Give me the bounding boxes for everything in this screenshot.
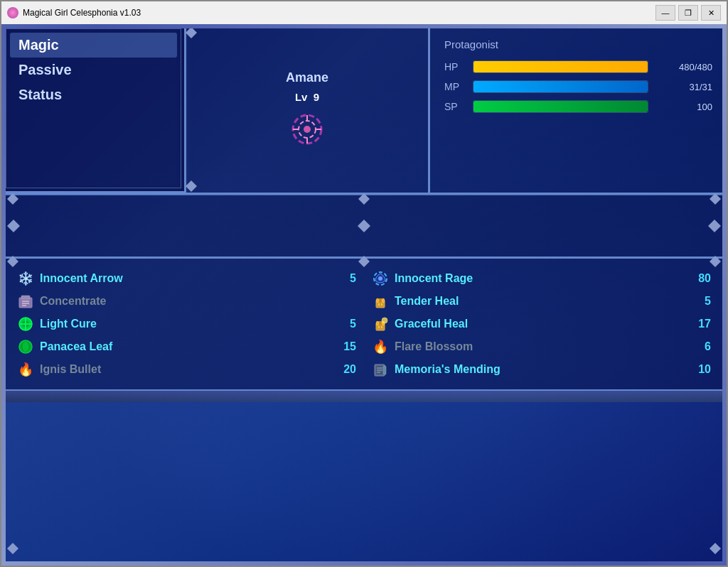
hp-label: HP bbox=[444, 61, 466, 72]
skill-graceful-heal[interactable]: Graceful Heal 17 bbox=[368, 313, 715, 335]
character-sprite bbox=[289, 112, 325, 147]
skill-name-light-cure: Light Cure bbox=[40, 318, 329, 330]
stat-owner: Protagonist bbox=[444, 38, 712, 50]
top-section: Magic Passive Status Amane Lv 9 bbox=[1, 24, 727, 195]
svg-point-33 bbox=[382, 318, 387, 323]
mp-bar-container bbox=[473, 80, 648, 93]
title-bar: Magical Girl Celesphonia v1.03 — ❐ ✕ bbox=[1, 1, 727, 24]
skill-memorias-mending[interactable]: Memoria's Mending 10 bbox=[368, 358, 715, 381]
corner-deco-br bbox=[710, 543, 721, 554]
menu-item-passive[interactable]: Passive bbox=[10, 58, 177, 82]
app-icon bbox=[7, 7, 18, 18]
svg-point-26 bbox=[382, 298, 385, 303]
skill-cost-panacea-leaf: 15 bbox=[335, 340, 356, 353]
skill-name-ignis-bullet: Ignis Bullet bbox=[40, 363, 329, 376]
sp-label: SP bbox=[444, 101, 466, 112]
mp-label: MP bbox=[444, 81, 466, 92]
skills-right-column: Innocent Rage 80 bbox=[368, 267, 715, 381]
flare-blossom-icon: 🔥 bbox=[372, 338, 389, 355]
skill-cost-innocent-rage: 80 bbox=[690, 272, 711, 285]
divider-ornament-right bbox=[708, 220, 721, 232]
mp-value: 31/31 bbox=[655, 82, 712, 92]
close-button[interactable]: ✕ bbox=[701, 5, 721, 21]
menu-item-status[interactable]: Status bbox=[10, 82, 177, 107]
hp-row: HP 480/480 bbox=[444, 60, 712, 73]
svg-point-2 bbox=[304, 126, 311, 133]
ignis-bullet-icon: 🔥 bbox=[17, 361, 34, 378]
character-name: Amane bbox=[286, 70, 328, 85]
bottom-border bbox=[1, 389, 727, 402]
skill-name-innocent-rage: Innocent Rage bbox=[395, 272, 684, 285]
divider-ornament-left bbox=[7, 220, 20, 232]
maximize-button[interactable]: ❐ bbox=[678, 5, 698, 21]
app-window: Magical Girl Celesphonia v1.03 — ❐ ✕ Mag… bbox=[0, 0, 728, 567]
skill-concentrate[interactable]: Concentrate bbox=[13, 290, 360, 313]
panacea-leaf-icon bbox=[17, 338, 34, 355]
minimize-button[interactable]: — bbox=[655, 5, 675, 21]
concentrate-icon bbox=[17, 293, 34, 310]
corner-deco-bl bbox=[7, 543, 18, 554]
mp-row: MP 31/31 bbox=[444, 80, 712, 93]
sp-value: 100 bbox=[655, 102, 712, 112]
stats-panel: Protagonist HP 480/480 MP bbox=[428, 24, 727, 193]
window-title: Magical Girl Celesphonia v1.03 bbox=[23, 8, 141, 18]
hp-bar-container bbox=[473, 60, 648, 73]
memorias-mending-icon bbox=[372, 361, 389, 378]
menu-panel: Magic Passive Status bbox=[1, 24, 186, 193]
skill-cost-graceful-heal: 17 bbox=[690, 318, 711, 330]
skill-innocent-rage[interactable]: Innocent Rage 80 bbox=[368, 267, 715, 290]
skill-name-memorias-mending: Memoria's Mending bbox=[395, 363, 684, 376]
skills-left-column: ❄️ Innocent Arrow 5 bbox=[13, 267, 360, 381]
skill-name-concentrate: Concentrate bbox=[40, 295, 329, 308]
svg-point-31 bbox=[376, 321, 379, 325]
svg-point-18 bbox=[23, 342, 28, 351]
skill-cost-light-cure: 5 bbox=[335, 318, 356, 330]
divider-ornament-center bbox=[358, 220, 370, 232]
innocent-rage-icon bbox=[372, 270, 389, 287]
skill-name-tender-heal: Tender Heal bbox=[395, 295, 684, 308]
hp-bar bbox=[473, 61, 648, 72]
skill-panacea-leaf[interactable]: Panacea Leaf 15 bbox=[13, 335, 360, 358]
graceful-heal-icon bbox=[372, 315, 389, 333]
skills-grid: ❄️ Innocent Arrow 5 bbox=[13, 267, 715, 381]
menu-item-magic[interactable]: Magic bbox=[10, 33, 177, 58]
svg-rect-8 bbox=[21, 296, 30, 299]
hp-value: 480/480 bbox=[655, 62, 712, 72]
skill-name-innocent-arrow: Innocent Arrow bbox=[40, 272, 329, 285]
character-level: Lv 9 bbox=[295, 91, 319, 103]
skill-cost-flare-blossom: 6 bbox=[690, 340, 711, 353]
game-content: Magic Passive Status Amane Lv 9 bbox=[1, 24, 727, 566]
skill-tender-heal[interactable]: Tender Heal 5 bbox=[368, 290, 715, 313]
skill-flare-blossom[interactable]: 🔥 Flare Blossom 6 bbox=[368, 335, 715, 358]
skills-section: ❄️ Innocent Arrow 5 bbox=[1, 259, 727, 389]
svg-point-20 bbox=[378, 276, 382, 281]
sp-bar-container bbox=[473, 100, 648, 113]
svg-point-25 bbox=[376, 298, 379, 303]
mp-bar bbox=[473, 81, 648, 92]
skill-ignis-bullet[interactable]: 🔥 Ignis Bullet 20 bbox=[13, 358, 360, 381]
skill-name-graceful-heal: Graceful Heal bbox=[395, 318, 684, 330]
title-bar-left: Magical Girl Celesphonia v1.03 bbox=[7, 7, 141, 18]
skill-cost-innocent-arrow: 5 bbox=[335, 272, 356, 285]
tender-heal-icon bbox=[372, 293, 389, 310]
sp-row: SP 100 bbox=[444, 100, 712, 113]
character-level-value: 9 bbox=[314, 91, 319, 103]
skill-name-flare-blossom: Flare Blossom bbox=[395, 340, 684, 353]
skill-name-panacea-leaf: Panacea Leaf bbox=[40, 340, 329, 353]
title-bar-controls: — ❐ ✕ bbox=[655, 5, 721, 21]
innocent-arrow-icon: ❄️ bbox=[17, 270, 34, 287]
sp-bar bbox=[473, 101, 648, 112]
skill-cost-tender-heal: 5 bbox=[690, 295, 711, 308]
skill-innocent-arrow[interactable]: ❄️ Innocent Arrow 5 bbox=[13, 267, 360, 290]
svg-rect-39 bbox=[383, 366, 386, 374]
skill-cost-memorias-mending: 10 bbox=[690, 363, 711, 376]
skill-cost-ignis-bullet: 20 bbox=[335, 363, 356, 376]
skill-light-cure[interactable]: Light Cure 5 bbox=[13, 313, 360, 335]
character-panel: Amane Lv 9 bbox=[186, 24, 428, 193]
light-cure-icon bbox=[17, 315, 34, 333]
